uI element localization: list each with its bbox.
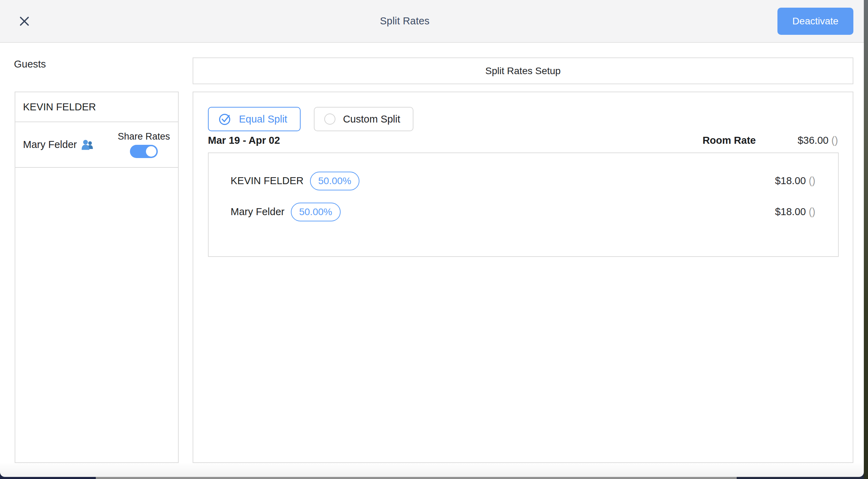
modal-header: Split Rates Deactivate <box>0 0 864 43</box>
date-range: Mar 19 - Apr 02 <box>208 135 280 146</box>
split-row-kevin: KEVIN FELDER 50.00% $18.00() <box>231 171 815 190</box>
check-circle-icon <box>218 113 231 126</box>
equal-split-button[interactable]: Equal Split <box>208 107 301 131</box>
room-rate-suffix: () <box>831 135 838 146</box>
guests-panel: KEVIN FELDER Mary Felder <box>15 92 179 463</box>
shared-guest-row[interactable]: Mary Felder Share Rates <box>15 122 178 168</box>
split-amount: $18.00() <box>775 206 815 218</box>
split-guest-name: Mary Felder <box>231 206 285 218</box>
guests-section-label: Guests <box>14 58 46 70</box>
shared-guest-name: Mary Felder <box>23 139 77 150</box>
split-rates-modal: Split Rates Deactivate Guests KEVIN FELD… <box>0 0 864 477</box>
primary-guest-name: KEVIN FELDER <box>23 101 96 113</box>
desktop-background-edge <box>864 0 868 479</box>
rate-summary-row: Mar 19 - Apr 02 Room Rate $36.00() <box>208 135 839 146</box>
modal-title: Split Rates <box>32 15 777 27</box>
share-rates-toggle[interactable] <box>130 145 158 158</box>
custom-split-label: Custom Split <box>343 113 400 125</box>
deactivate-button[interactable]: Deactivate <box>777 8 853 35</box>
custom-split-button[interactable]: Custom Split <box>314 107 413 131</box>
split-mode-selector: Equal Split Custom Split <box>208 107 839 131</box>
close-icon <box>19 16 30 26</box>
room-rate-value: $36.00() <box>798 135 838 146</box>
primary-guest-row[interactable]: KEVIN FELDER <box>15 92 178 122</box>
close-button[interactable] <box>17 14 32 29</box>
split-amount: $18.00() <box>775 175 815 187</box>
split-rates-setup-panel: Equal Split Custom Split Mar 19 - Apr 02… <box>193 92 853 463</box>
screen: Split Rates Deactivate Guests KEVIN FELD… <box>0 0 868 479</box>
split-amount-suffix: () <box>809 175 815 186</box>
setup-title: Split Rates Setup <box>485 65 560 77</box>
setup-title-bar: Split Rates Setup <box>193 57 853 84</box>
shared-guests-icon <box>81 139 94 150</box>
split-percent-field[interactable]: 50.00% <box>291 203 341 221</box>
share-rates-label: Share Rates <box>118 131 170 142</box>
split-row-mary: Mary Felder 50.00% $18.00() <box>231 202 815 221</box>
toggle-knob <box>146 146 156 157</box>
radio-unselected-icon <box>324 113 335 125</box>
room-rate-label: Room Rate <box>703 135 756 146</box>
equal-split-label: Equal Split <box>239 113 287 125</box>
split-amount-suffix: () <box>809 206 815 217</box>
split-percent-field[interactable]: 50.00% <box>310 172 360 190</box>
split-guest-name: KEVIN FELDER <box>231 175 304 187</box>
split-detail-box: KEVIN FELDER 50.00% $18.00() Mary Felder… <box>208 152 839 257</box>
